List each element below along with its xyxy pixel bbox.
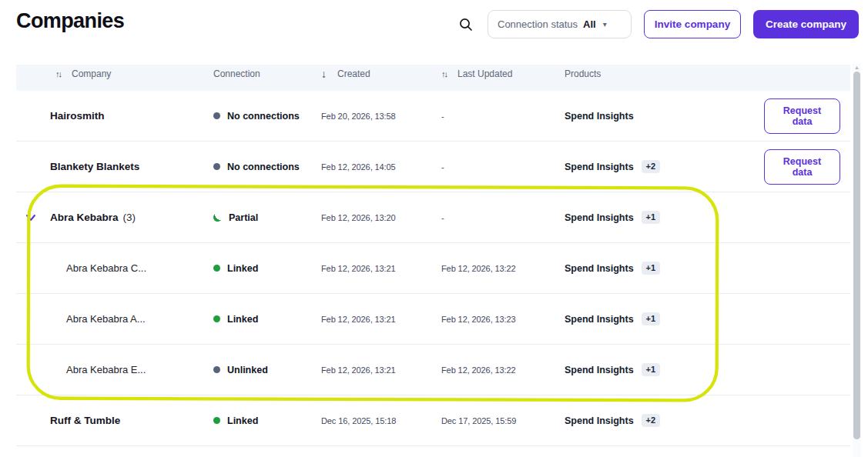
page-title: Companies: [16, 9, 124, 33]
connection-status-label: Partial: [229, 212, 258, 223]
search-icon: [459, 18, 473, 32]
companies-page: Companies Connection status All ▾ Invite…: [0, 0, 868, 457]
column-header-label: Connection: [213, 68, 260, 79]
expand-chevron-icon[interactable]: [25, 213, 37, 222]
filter-value: All: [583, 18, 596, 30]
products-badge[interactable]: +1: [642, 262, 661, 275]
products-label: Spend Insights: [565, 111, 634, 122]
created-cell: Feb 12, 2026, 13:21: [321, 315, 441, 324]
created-cell: Dec 16, 2025, 15:18: [321, 416, 441, 425]
request-data-button[interactable]: Request data: [764, 149, 840, 185]
scrollbar-thumb[interactable]: [853, 72, 860, 439]
column-header-connection: Connection: [213, 68, 321, 79]
products-label: Spend Insights: [565, 314, 634, 325]
connection-status-label: Linked: [227, 415, 258, 426]
table-row[interactable]: Abra Kebabra E... Unlinked Feb 12, 2026,…: [16, 345, 850, 395]
company-count: (3): [123, 212, 136, 223]
products-badge[interactable]: +2: [642, 160, 661, 173]
products-badge[interactable]: +1: [642, 312, 661, 325]
connection-status-icon: [213, 417, 220, 424]
invite-company-button[interactable]: Invite company: [644, 10, 741, 38]
table-row[interactable]: Abra Kebabra C... Linked Feb 12, 2026, 1…: [16, 243, 850, 294]
connection-status-label: Linked: [227, 263, 258, 274]
connection-status-icon: [213, 315, 220, 322]
created-cell: Feb 20, 2026, 13:58: [321, 112, 441, 121]
connection-status-icon: [213, 213, 222, 222]
sort-both-icon[interactable]: ↑↓: [55, 70, 61, 78]
last-updated-cell: Feb 12, 2026, 13:22: [441, 365, 565, 375]
table-row[interactable]: Ruff & Tumble Linked Dec 16, 2025, 15:18…: [16, 395, 850, 446]
sort-both-icon[interactable]: ↑↓: [441, 70, 447, 78]
products-badge[interactable]: +2: [642, 414, 661, 427]
company-name: Ruff & Tumble: [50, 415, 120, 426]
column-header-label: Last Updated: [457, 68, 512, 79]
created-cell: Feb 12, 2026, 14:05: [321, 162, 441, 172]
last-updated-cell: -: [441, 162, 565, 172]
products-label: Spend Insights: [565, 162, 634, 172]
last-updated-cell: Feb 12, 2026, 13:23: [441, 315, 565, 324]
created-cell: Feb 12, 2026, 13:20: [321, 213, 441, 222]
sort-desc-icon[interactable]: ↓: [321, 68, 327, 79]
company-name: Blankety Blankets: [50, 161, 139, 172]
expand-toggle-cell[interactable]: [16, 213, 50, 222]
created-cell: Feb 12, 2026, 13:21: [321, 365, 441, 375]
table-header-row: ↑↓ Company Connection ↓ Created ↑↓ Last …: [16, 65, 850, 91]
column-header-label: Company: [72, 68, 111, 79]
column-header-label: Created: [337, 68, 370, 79]
last-updated-cell: -: [441, 112, 565, 121]
create-company-button[interactable]: Create company: [753, 10, 859, 38]
company-name: Abra Kebabra: [50, 212, 119, 223]
last-updated-cell: -: [441, 213, 565, 222]
connection-status-filter[interactable]: Connection status All ▾: [488, 10, 632, 38]
last-updated-cell: Feb 12, 2026, 13:22: [441, 264, 565, 273]
company-name: Hairosmith: [50, 110, 105, 122]
connection-status-label: No connections: [227, 162, 300, 172]
table-row[interactable]: Abra Kebabra A... Linked Feb 12, 2026, 1…: [16, 294, 850, 345]
company-name: Abra Kebabra E...: [66, 364, 146, 375]
connection-status-label: Unlinked: [227, 365, 268, 375]
connection-status-icon: [213, 366, 220, 373]
products-badge[interactable]: +1: [642, 363, 661, 376]
column-header-company[interactable]: ↑↓ Company: [50, 68, 213, 79]
products-label: Spend Insights: [565, 263, 634, 274]
products-label: Spend Insights: [565, 365, 634, 375]
table-row[interactable]: Blankety Blankets No connections Feb 12,…: [16, 142, 850, 192]
table-row[interactable]: Hairosmith No connections Feb 20, 2026, …: [16, 91, 850, 142]
connection-status-icon: [213, 265, 220, 272]
company-name: Abra Kebabra A...: [66, 313, 146, 325]
table-row[interactable]: Abra Kebabra (3) Partial Feb 12, 2026, 1…: [16, 192, 850, 243]
connection-status-icon: [213, 163, 220, 170]
companies-table: ↑↓ Company Connection ↓ Created ↑↓ Last …: [16, 65, 850, 446]
products-label: Spend Insights: [565, 415, 634, 426]
connection-status-label: No connections: [227, 111, 300, 122]
products-badge[interactable]: +1: [642, 211, 661, 224]
column-header-label: Products: [565, 68, 601, 79]
chevron-down-icon: ▾: [603, 20, 607, 28]
topbar: Companies Connection status All ▾ Invite…: [16, 8, 849, 42]
column-header-last-updated[interactable]: ↑↓ Last Updated: [441, 68, 565, 79]
filter-label: Connection status: [498, 18, 578, 30]
connection-status-label: Linked: [227, 314, 258, 325]
vertical-scrollbar[interactable]: ▲: [853, 64, 861, 457]
last-updated-cell: Dec 17, 2025, 15:59: [441, 416, 565, 425]
company-name: Abra Kebabra C...: [66, 262, 146, 274]
table-body: Hairosmith No connections Feb 20, 2026, …: [16, 91, 850, 446]
connection-status-icon: [213, 112, 220, 119]
products-label: Spend Insights: [565, 212, 634, 223]
created-cell: Feb 12, 2026, 13:21: [321, 264, 441, 273]
column-header-products: Products: [565, 68, 764, 79]
search-button[interactable]: [457, 15, 475, 34]
request-data-button[interactable]: Request data: [764, 98, 840, 134]
column-header-created[interactable]: ↓ Created: [321, 68, 441, 79]
scroll-up-arrow-icon[interactable]: ▲: [853, 64, 861, 72]
